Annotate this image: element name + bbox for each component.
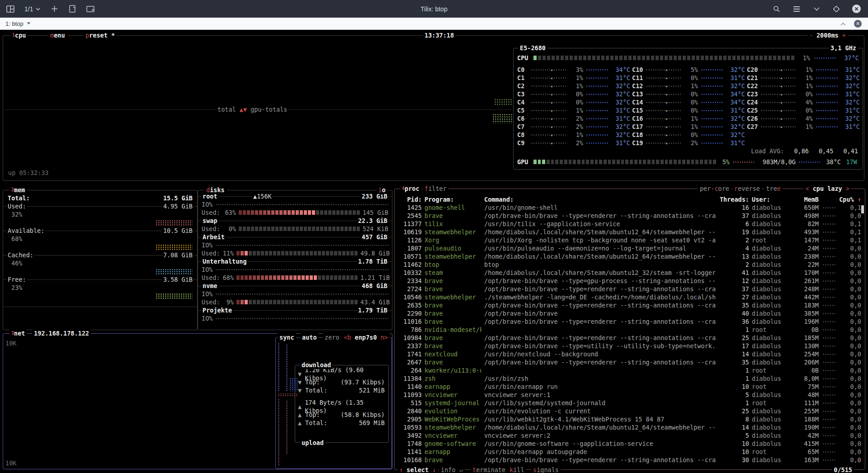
process-row[interactable]: 1748gnome-software/usr/bin/gnome-softwar… [395,440,865,448]
net-interface-selector[interactable]: <b enp7s0 n> [342,333,390,341]
disk-entry: Unterhaltung1.78 TiBIO%Used:68%1.21 TiB [198,257,392,282]
load-average: Load AVG: 0,86 0,45 0,41 [751,147,858,155]
kill-control[interactable]: kill [508,466,526,473]
process-row[interactable]: 3492vncviewervncviewer server:25diabolus… [395,431,865,440]
scrollbar-thumb[interactable] [861,205,864,213]
disks-io-toggle[interactable]: io [377,186,387,194]
core-row: C110%31°C [632,74,744,82]
reverse-toggle[interactable]: reverse [732,184,762,193]
process-count: 0/515 [832,466,854,473]
new-terminal-button[interactable] [50,5,58,13]
scroll-down-indicator[interactable]: ↓ [857,456,860,464]
signals-control[interactable]: signals [531,466,561,473]
core-row: C51%31°C [517,106,629,114]
search-icon[interactable] [773,5,781,13]
filter-button[interactable]: filter [423,184,448,193]
session-sidebar-icon[interactable] [832,5,840,13]
process-row[interactable]: 2724brave/opt/brave-bin/brave --type=ren… [395,285,865,293]
sort-selector[interactable]: < cpu lazy > [803,184,851,193]
net-scale-bottom: 10K [5,459,16,467]
disk-entry: Arbeit457 GiBIO%Used:11%49.8 GiB [198,233,392,257]
net-box-title[interactable]: 3net [9,329,27,337]
process-row[interactable]: 264kworker/u113:0-u1root0B0,0 [395,366,865,374]
disks-box-title[interactable]: disks [204,186,226,194]
disks-box: disks io root▲156K233 GiBIO%Used:63%145 … [198,190,392,330]
gpu-temp-graph [798,161,820,163]
cpu-sort-column[interactable]: Cpu% ↑ [839,195,861,203]
terminal-selector[interactable]: 1/1 [24,5,40,13]
process-row[interactable]: 2334brave/opt/brave-bin/brave --type=gpu… [395,277,865,285]
process-row[interactable]: 1140earnapp/usr/bin/earnapp run10root75M… [395,383,865,391]
core-row: C03%34°C [517,66,629,74]
preset-button[interactable]: preset * [84,31,117,39]
process-row[interactable]: 2337brave/opt/brave-bin/brave --type=uti… [395,342,865,350]
mem-section: Used:4.95 GiB32% [3,202,197,227]
process-row[interactable]: 11462btopbtop2diabolus22M0,0 [395,260,865,269]
process-row[interactable]: 10546steamwebhelper./steamwebhelper -lan… [395,293,865,301]
window-close-button[interactable]: ✕ [852,5,861,13]
graph-mode-toggle[interactable]: total ▲▼ gpu-totals [216,105,289,114]
process-row[interactable]: 11377tilix/usr/bin/tilix --gapplication-… [395,220,865,228]
process-row[interactable]: 2647brave/opt/brave-bin/brave --type=ren… [395,358,865,366]
disk-entry: nvme468 GiBIO%Used:9%43.4 GiB [198,282,392,306]
tab-close-button[interactable]: ✕ [854,20,862,28]
process-row[interactable]: 2840evolution/usr/bin/evolution -c curre… [395,407,865,415]
proc-box-title[interactable]: 4proc [400,184,421,193]
new-window-icon[interactable] [86,5,94,13]
process-row[interactable]: 1807pulseaudio/usr/bin/pulseaudio --daem… [395,244,865,252]
mem-box-title[interactable]: 2mem [9,186,27,194]
cpu-box-title[interactable]: 1cpu [10,31,28,39]
core-row: C72%32°C [517,123,629,131]
process-row[interactable]: 11093vncviewervncviewer server:15diabolu… [395,391,865,399]
cpu-total-row: CPU 1% 37°C [517,54,859,62]
core-row: C211%32°C [747,74,859,82]
process-row[interactable]: 1126Xorg/usr/lib/Xorg -nolisten tcp -bac… [395,236,865,244]
window-titlebar: 1/1 Tilix: btop ✕ [0,0,868,18]
process-row[interactable]: 10593steamwebhelper/home/diabolus/.local… [395,423,865,431]
net-sync-button[interactable]: sync [278,333,296,341]
terminate-control[interactable]: terminate [471,466,507,473]
process-row[interactable]: 10571steamwebhelper/home/diabolus/.local… [395,252,865,260]
core-row: C221%32°C [747,82,859,90]
process-row[interactable]: 515systemd-journal/usr/lib/systemd/syste… [395,399,865,407]
tab-bar: 1: btop ✕ [0,18,868,30]
process-row[interactable]: 11384zsh/usr/bin/zsh1diabolus8,0M0,0 [395,374,865,383]
menu-button[interactable]: menu [48,31,67,39]
process-row[interactable]: 10332steam/home/diabolus/.local/share/St… [395,269,865,277]
select-control[interactable]: ↑ select ↓ [397,466,438,473]
chevron-down-icon[interactable] [812,5,821,13]
per-core-toggle[interactable]: per-core [698,184,731,193]
process-row[interactable]: 10984brave/opt/brave-bin/brave --type=re… [395,334,865,342]
hamburger-menu-icon[interactable] [793,5,801,13]
process-row[interactable]: 2290brave/opt/brave-bin/brave40diabolus3… [395,309,865,317]
net-auto-button[interactable]: auto [300,333,319,341]
tab-btop[interactable]: 1: btop [0,20,31,27]
interval-decrease-button[interactable]: - [809,32,813,39]
process-row[interactable]: 786nvidia-modeset/k1root0B0,0 [395,326,865,334]
process-row[interactable]: 10619steamwebhelper/home/diabolus/.local… [395,228,865,236]
mem-section: Available:10.5 GiB68% [3,227,197,251]
cpu-box: 1cpu menu preset * 13:37:18 - 2000ms + t… [3,35,864,181]
process-row[interactable]: 2545brave/opt/brave-bin/brave --type=ren… [395,212,865,220]
process-row[interactable]: 1741nextcloud/usr/bin/nextcloud --backgr… [395,350,865,358]
session-panes-icon[interactable] [6,5,14,13]
core-row: C121%32°C [632,82,744,90]
core-row: C244%32°C [747,98,859,106]
process-row[interactable]: 10168brave/opt/brave-bin/brave --type=re… [395,456,865,464]
tree-toggle[interactable]: tree [764,184,783,193]
process-row[interactable]: 1425gnome-shell/usr/bin/gnome-shell16dia… [395,203,865,212]
info-control[interactable]: info ↵ [439,466,465,473]
process-row[interactable]: 2635brave/opt/brave-bin/brave --type=ren… [395,301,865,309]
net-zero-button[interactable]: zero [323,333,341,341]
collapse-icon[interactable] [840,20,846,27]
mem-total-row: Total: 15.5 GiB [3,194,197,202]
process-row[interactable]: 11016brave/opt/brave-bin/brave --type=re… [395,317,865,326]
core-row: C264%32°C [747,114,859,123]
pane-count: 1/1 [24,5,33,13]
core-row: C192%31°C [632,139,744,147]
interval-increase-button[interactable]: + [842,32,846,39]
paste-icon[interactable] [68,5,76,13]
process-row[interactable]: 1141earnapp/usr/bin/earnapp autoupgrade1… [395,448,865,456]
download-graph [286,344,288,391]
process-row[interactable]: 2905WebKitWebProces/usr/lib/webkit2gtk-4… [395,415,865,423]
